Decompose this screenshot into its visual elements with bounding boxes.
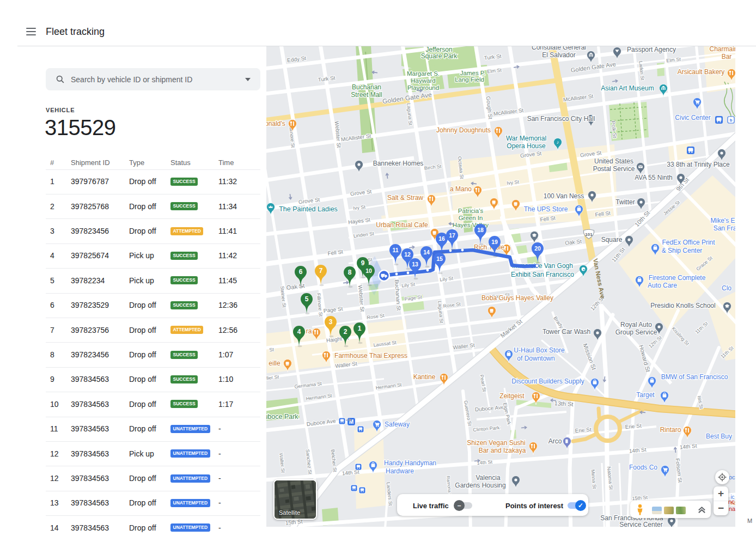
- svg-text:a Mano: a Mano: [450, 185, 472, 193]
- svg-text:War Memorial: War Memorial: [506, 135, 546, 142]
- svg-text:St: St: [269, 346, 275, 352]
- svg-text:17: 17: [449, 232, 455, 239]
- svg-text:ra: ra: [306, 327, 312, 335]
- svg-text:Mike's E: Mike's E: [711, 217, 735, 224]
- svg-text:Service Center: Service Center: [619, 521, 662, 527]
- svg-text:& Ship Center: & Ship Center: [662, 247, 703, 254]
- svg-text:5: 5: [305, 295, 309, 303]
- svg-text:nc: nc: [728, 498, 735, 505]
- svg-text:Valencia: Valencia: [475, 474, 500, 482]
- svg-text:Arco: Arco: [548, 437, 562, 445]
- svg-text:101: 101: [585, 232, 593, 237]
- svg-text:Johnny Doughnuts: Johnny Doughnuts: [436, 126, 491, 134]
- svg-text:Rintaro: Rintaro: [660, 426, 681, 434]
- svg-text:Shizen Vegan Sushi: Shizen Vegan Sushi: [467, 439, 525, 447]
- svg-text:Salt & Straw: Salt & Straw: [387, 194, 423, 202]
- svg-text:2: 2: [344, 328, 347, 336]
- svg-text:15: 15: [436, 255, 443, 262]
- svg-text:Buchanan: Buchanan: [352, 83, 381, 91]
- svg-text:Gardens Housing: Gardens Housing: [455, 482, 505, 489]
- svg-text:Firestone Complete: Firestone Complete: [649, 274, 706, 282]
- svg-text:Consulate General: Consulate General: [532, 46, 586, 51]
- svg-text:Passport Agency: Passport Agency: [627, 46, 676, 53]
- svg-text:19: 19: [491, 239, 498, 245]
- svg-text:BMW of San Francisco: BMW of San Francisco: [661, 373, 728, 381]
- svg-text:4: 4: [297, 328, 301, 336]
- svg-text:Opera House: Opera House: [507, 142, 546, 150]
- svg-text:Group Service: Group Service: [615, 328, 657, 336]
- svg-text:Postal Service: Postal Service: [593, 165, 635, 173]
- svg-text:18: 18: [477, 227, 484, 233]
- svg-text:33 8th at Trinity Place: 33 8th at Trinity Place: [667, 161, 730, 168]
- svg-text:The Painted Ladies: The Painted Ladies: [279, 205, 338, 213]
- svg-text:Presidio Knolls School: Presidio Knolls School: [650, 302, 715, 309]
- svg-text:James P.: James P.: [460, 70, 485, 76]
- svg-text:Arsicault Bakery: Arsicault Bakery: [678, 68, 725, 76]
- svg-text:Playground: Playground: [407, 84, 439, 91]
- svg-text:11: 11: [392, 247, 398, 253]
- svg-text:Hardware: Hardware: [386, 467, 414, 475]
- svg-text:Foods Co: Foods Co: [629, 464, 657, 471]
- svg-text:Margaret S.: Margaret S.: [407, 70, 440, 77]
- svg-text:Square Park: Square Park: [421, 52, 458, 60]
- svg-text:Square: Square: [601, 236, 623, 243]
- svg-text:El Salvador: El Salvador: [542, 51, 575, 59]
- svg-text:San Fra: San Fra: [714, 224, 735, 232]
- svg-text:Banneker Homes: Banneker Homes: [373, 160, 424, 167]
- svg-text:AVA 55 Ninth: AVA 55 Ninth: [635, 174, 673, 181]
- svg-text:Handy Handyman: Handy Handyman: [384, 459, 436, 467]
- svg-text:20: 20: [534, 245, 541, 252]
- svg-text:The UPS Store: The UPS Store: [524, 205, 568, 213]
- svg-text:eille: eille: [269, 360, 281, 367]
- svg-text:Target: Target: [636, 391, 655, 399]
- svg-text:Hayward: Hayward: [411, 77, 435, 84]
- svg-text:Asian Art Museum: Asian Art Museum: [601, 84, 654, 92]
- svg-text:b: b: [730, 118, 733, 123]
- svg-text:Safeway: Safeway: [385, 421, 410, 428]
- svg-text:Zeitgeist: Zeitgeist: [499, 392, 525, 400]
- svg-text:Bar and Izakaya: Bar and Izakaya: [479, 447, 526, 454]
- svg-text:na: na: [729, 506, 735, 512]
- svg-text:oc: oc: [729, 474, 735, 480]
- svg-text:12: 12: [404, 251, 411, 258]
- svg-text:Urban Ritual Cafe: Urban Ritual Cafe: [376, 221, 428, 229]
- svg-text:13th St: 13th St: [554, 400, 573, 407]
- svg-text:FedEx Office Print: FedEx Office Print: [662, 239, 715, 246]
- svg-text:9: 9: [361, 259, 365, 267]
- svg-text:6: 6: [299, 268, 303, 276]
- svg-text:Clo: Clo: [722, 284, 731, 292]
- svg-text:14: 14: [423, 249, 430, 255]
- svg-text:Discount Builders Supply: Discount Builders Supply: [511, 377, 584, 385]
- svg-text:Patricia's: Patricia's: [458, 208, 484, 214]
- svg-text:3: 3: [329, 318, 333, 326]
- svg-text:♪: ♪: [557, 139, 559, 145]
- svg-text:San Francisco City Hall: San Francisco City Hall: [527, 115, 595, 123]
- svg-text:Boba Guys Hayes Valley: Boba Guys Hayes Valley: [481, 294, 553, 302]
- svg-text:uboce Park: uboce Park: [266, 413, 298, 421]
- svg-text:Auto Care: Auto Care: [648, 282, 677, 289]
- svg-text:Best Buy: Best Buy: [706, 433, 732, 440]
- svg-text:10: 10: [365, 267, 372, 274]
- svg-text:Exhibit San Francisco: Exhibit San Francisco: [511, 271, 574, 278]
- svg-text:Kantine: Kantine: [413, 373, 436, 381]
- svg-text:onald's: onald's: [266, 120, 285, 127]
- svg-text:Street Mall: Street Mall: [351, 91, 382, 99]
- svg-text:Bar: Bar: [722, 53, 732, 60]
- svg-text:7: 7: [319, 267, 323, 275]
- svg-text:Twitter: Twitter: [615, 198, 635, 206]
- svg-text:1: 1: [358, 325, 362, 332]
- svg-text:of Downtown: of Downtown: [517, 355, 554, 362]
- svg-text:Lang Field: Lang Field: [455, 76, 484, 83]
- svg-text:United States: United States: [594, 157, 633, 165]
- svg-text:8: 8: [348, 269, 352, 276]
- svg-text:Royal Auto: Royal Auto: [620, 321, 652, 328]
- svg-text:13: 13: [412, 261, 418, 267]
- svg-text:Tower Car Wash: Tower Car Wash: [542, 328, 590, 336]
- svg-text:Civic Center: Civic Center: [675, 114, 710, 121]
- svg-text:Green In: Green In: [459, 215, 483, 221]
- svg-text:U-Haul Box Store: U-Haul Box Store: [514, 346, 565, 354]
- svg-text:100 Van Ness: 100 Van Ness: [544, 192, 584, 200]
- svg-text:Farmhouse Thai Express: Farmhouse Thai Express: [334, 352, 407, 360]
- svg-text:16: 16: [438, 235, 445, 242]
- svg-text:Charmaine': Charmaine': [710, 46, 735, 53]
